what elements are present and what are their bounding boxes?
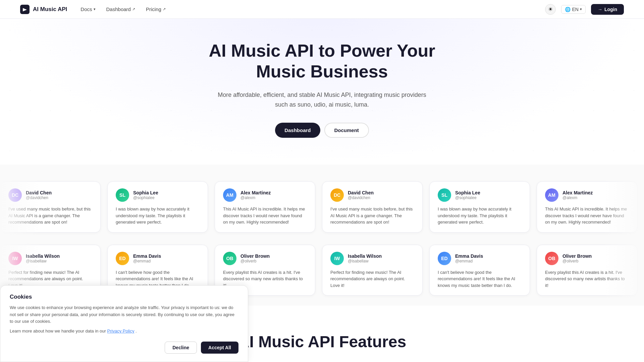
nav-links: Docs ▾ Dashboard ↗ Pricing ↗ [80,6,532,12]
testimonial-info: David Chen @davidchen [348,190,374,200]
avatar: IW [330,252,344,265]
testimonial-card: SL Sophia Lee @sophialee I was blown awa… [429,181,530,233]
avatar: OB [545,252,558,265]
dashboard-button[interactable]: Dashboard [275,123,320,138]
testimonial-name: Emma Davis [455,253,483,259]
testimonial-header: IW Isabella Wilson @isabellaw [8,252,92,265]
testimonial-info: Alex Martinez @alexm [562,190,593,200]
globe-icon: 🌐 [565,7,571,12]
chevron-down-icon-lang: ▾ [580,7,582,11]
testimonial-handle: @davidchen [348,195,374,200]
avatar: AM [223,188,236,202]
testimonial-header: DC David Chen @davidchen [330,188,414,202]
testimonial-info: Alex Martinez @alexm [240,190,271,200]
nav-right: ☀ 🌐 EN ▾ → Login [545,4,624,15]
nav-logo[interactable]: AI Music API [20,5,67,14]
document-button[interactable]: Document [324,123,369,138]
testimonial-header: AM Alex Martinez @alexm [545,188,629,202]
testimonial-card: AM Alex Martinez @alexm This AI Music AP… [537,181,637,233]
hero-section: AI Music API to Power Your Music Busines… [0,0,644,165]
decline-button[interactable]: Decline [165,342,197,354]
testimonial-handle: @alexm [240,195,271,200]
testimonial-name: David Chen [348,190,374,195]
privacy-policy-link[interactable]: Privacy Policy [107,328,135,334]
testimonial-name: Alex Martinez [240,190,271,195]
cookie-learn-more: Learn more about how we handle your data… [10,328,238,335]
testimonial-info: Oliver Brown @oliverb [240,253,270,263]
cookie-banner: Cookies We use cookies to enhance your b… [0,285,248,362]
testimonial-card: AM Alex Martinez @alexm This AI Music AP… [215,181,315,233]
testimonial-info: Oliver Brown @oliverb [562,253,592,263]
avatar: SL [116,188,129,202]
testimonials-row-1-wrapper: DC David Chen @davidchen I've used many … [0,178,644,236]
avatar: SL [438,188,451,202]
logo-icon [20,5,30,14]
testimonial-header: AM Alex Martinez @alexm [223,188,307,202]
testimonial-info: Emma Davis @emmad [133,253,161,263]
testimonial-name: Sophia Lee [133,190,158,195]
testimonials-row-1: DC David Chen @davidchen I've used many … [0,178,644,236]
testimonial-handle: @sophialee [455,195,480,200]
testimonial-name: Alex Martinez [562,190,593,195]
testimonial-header: OB Oliver Brown @oliverb [545,252,629,265]
language-selector[interactable]: 🌐 EN ▾ [561,5,585,14]
avatar: ED [116,252,129,265]
testimonial-handle: @alexm [562,195,593,200]
testimonial-name: Isabella Wilson [26,253,60,259]
nav-pricing[interactable]: Pricing ↗ [146,6,166,12]
testimonial-handle: @oliverb [240,259,270,263]
testimonial-header: SL Sophia Lee @sophialee [438,188,522,202]
avatar: OB [223,252,236,265]
testimonial-name: Emma Davis [133,253,161,259]
external-link-icon: ↗ [132,7,135,11]
testimonial-header: OB Oliver Brown @oliverb [223,252,307,265]
testimonial-handle: @isabellaw [348,259,382,263]
testimonial-name: Oliver Brown [240,253,270,259]
login-icon: → [598,7,602,12]
testimonial-header: SL Sophia Lee @sophialee [116,188,200,202]
testimonial-handle: @emmad [455,259,483,263]
testimonial-info: Emma Davis @emmad [455,253,483,263]
testimonial-handle: @oliverb [562,259,592,263]
theme-toggle-button[interactable]: ☀ [545,4,556,15]
hero-buttons: Dashboard Document [0,123,644,138]
testimonial-text: This AI Music API is incredible. It help… [545,206,629,226]
testimonial-name: Sophia Lee [455,190,480,195]
testimonial-name: David Chen [26,190,52,195]
login-button[interactable]: → Login [591,4,624,15]
testimonial-card: SL Sophia Lee @sophialee I was blown awa… [107,181,208,233]
nav-dashboard[interactable]: Dashboard ↗ [106,6,135,12]
testimonial-text: I was blown away by how accurately it un… [438,206,522,226]
testimonial-text: I was blown away by how accurately it un… [116,206,200,226]
testimonial-handle: @sophialee [133,195,158,200]
testimonial-name: Isabella Wilson [348,253,382,259]
sun-icon: ☀ [548,6,553,12]
testimonial-handle: @davidchen [26,195,52,200]
testimonial-header: ED Emma Davis @emmad [116,252,200,265]
testimonial-card: IW Isabella Wilson @isabellaw Perfect fo… [322,245,423,296]
avatar: AM [545,188,558,202]
testimonial-handle: @emmad [133,259,161,263]
testimonial-header: IW Isabella Wilson @isabellaw [330,252,414,265]
testimonial-header: ED Emma Davis @emmad [438,252,522,265]
testimonial-info: Isabella Wilson @isabellaw [26,253,60,263]
testimonial-text: Perfect for finding new music! The AI re… [330,269,414,289]
external-link-icon-pricing: ↗ [163,7,166,11]
testimonial-info: Isabella Wilson @isabellaw [348,253,382,263]
testimonial-info: Sophia Lee @sophialee [455,190,480,200]
hero-title: AI Music API to Power Your Music Busines… [195,40,449,82]
cookie-text: We use cookies to enhance your browsing … [10,304,238,325]
testimonial-card: OB Oliver Brown @oliverb Every playlist … [537,245,637,296]
accept-all-button[interactable]: Accept All [201,342,238,354]
testimonial-text: I can't believe how good the recommendat… [438,269,522,289]
testimonials-section: DC David Chen @davidchen I've used many … [0,165,644,306]
nav-docs[interactable]: Docs ▾ [80,6,95,12]
testimonial-handle: @isabellaw [26,259,60,263]
testimonial-name: Oliver Brown [562,253,592,259]
testimonial-header: DC David Chen @davidchen [8,188,92,202]
testimonial-info: David Chen @davidchen [26,190,52,200]
testimonial-card: ED Emma Davis @emmad I can't believe how… [429,245,530,296]
avatar: DC [8,188,22,202]
chevron-down-icon: ▾ [94,7,96,11]
cookie-buttons: Decline Accept All [10,342,238,354]
